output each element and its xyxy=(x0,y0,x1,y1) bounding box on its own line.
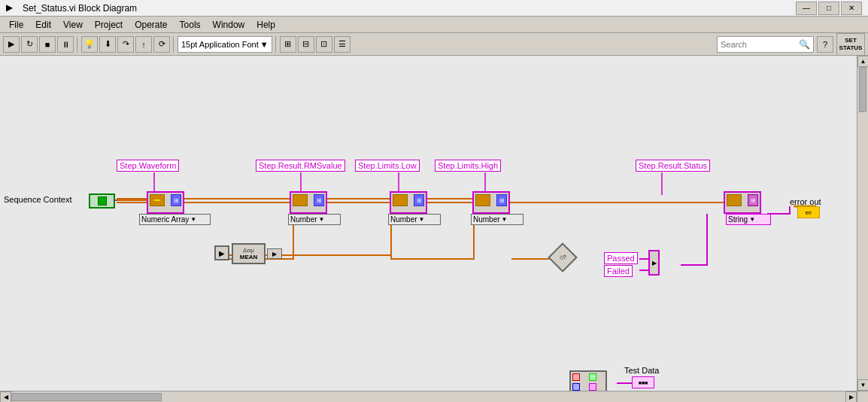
menu-window[interactable]: Window xyxy=(207,18,251,32)
test-data-label: Test Data xyxy=(624,366,659,375)
dropdown-arrow-1: ▼ xyxy=(190,216,196,223)
mean-output: ▶ xyxy=(267,248,282,259)
scrollbar-corner xyxy=(857,391,868,402)
string-dropdown[interactable]: String ▼ xyxy=(726,214,771,225)
waveform-label: Step.Waveform xyxy=(117,160,179,172)
search-icon[interactable]: 🔍 xyxy=(799,39,810,50)
menu-bar: File Edit View Project Operate Tools Win… xyxy=(0,17,868,33)
step-into-button[interactable]: ⬇ xyxy=(99,36,116,53)
minimize-button[interactable]: — xyxy=(796,2,817,15)
number3-dropdown[interactable]: Number ▼ xyxy=(471,214,524,225)
step-over-button[interactable]: ↷ xyxy=(117,36,134,53)
limits-high-label: Step.Limits.High xyxy=(435,160,501,172)
close-button[interactable]: ✕ xyxy=(841,2,862,15)
font-dropdown-arrow: ▼ xyxy=(260,40,269,49)
canvas-inner: Sequence Context Step.Waveform ⊞ Numeric… xyxy=(0,56,857,391)
test-data-block xyxy=(569,370,607,391)
error-out-terminal: err xyxy=(797,206,820,218)
sep1 xyxy=(77,36,78,53)
result-status-label: Step.Result.Status xyxy=(636,160,710,172)
sequence-context-terminal xyxy=(89,193,115,209)
menu-project[interactable]: Project xyxy=(89,18,129,32)
scroll-down-arrow[interactable]: ▼ xyxy=(857,379,868,391)
search-box[interactable]: 🔍 xyxy=(717,36,814,53)
set-status-button[interactable]: SET STATUS xyxy=(836,33,865,56)
test-data-output: ■■■ xyxy=(632,376,654,388)
menu-file[interactable]: File xyxy=(3,18,29,32)
font-name: 15pt Application Font xyxy=(181,40,259,49)
run-button[interactable]: ▶ xyxy=(3,36,20,53)
rms-label: Step.Result.RMSvalue xyxy=(256,160,345,172)
waveform-terminal: ⊞ xyxy=(147,191,184,214)
resize-button[interactable]: ⊡ xyxy=(316,36,332,53)
scroll-up-arrow[interactable]: ▲ xyxy=(857,56,868,67)
sequence-context-label: Sequence Context xyxy=(4,195,72,204)
scrollbar-thumb-v[interactable] xyxy=(859,67,866,112)
reorder-button[interactable]: ☰ xyxy=(334,36,351,53)
failed-label: Failed xyxy=(604,265,633,277)
error-out-label: error out xyxy=(790,197,821,206)
main-area: Sequence Context Step.Waveform ⊞ Numeric… xyxy=(0,56,868,402)
window-controls: — □ ✕ xyxy=(796,2,862,15)
merge-block: ▶ xyxy=(648,250,660,276)
distribute-button[interactable]: ⊟ xyxy=(298,36,314,53)
menu-tools[interactable]: Tools xyxy=(174,18,207,32)
menu-edit[interactable]: Edit xyxy=(29,18,57,32)
pause-button[interactable]: ⏸ xyxy=(57,36,74,53)
scroll-left-arrow[interactable]: ◀ xyxy=(0,391,11,402)
limits-high-terminal: ⊞ xyxy=(472,191,510,214)
menu-help[interactable]: Help xyxy=(250,18,281,32)
search-input[interactable] xyxy=(721,40,796,49)
scrollbar-horizontal[interactable]: ◀ ▶ xyxy=(0,391,857,402)
mean-block: Δσμ MEAN xyxy=(232,243,266,264)
sep2 xyxy=(173,36,175,53)
font-dropdown[interactable]: 15pt Application Font ▼ xyxy=(178,36,272,53)
number1-dropdown[interactable]: Number ▼ xyxy=(288,214,341,225)
scroll-right-arrow[interactable]: ▶ xyxy=(845,391,857,402)
limits-low-label: Step.Limits.Low xyxy=(355,160,420,172)
app-icon: ▶ xyxy=(6,2,18,14)
title-bar: ▶ Set_Status.vi Block Diagram — □ ✕ xyxy=(0,0,868,17)
sep3 xyxy=(275,36,277,53)
align-button[interactable]: ⊞ xyxy=(280,36,296,53)
dropdown-arrow-2: ▼ xyxy=(319,216,325,223)
dropdown-arrow-4: ▼ xyxy=(502,216,508,223)
number2-dropdown[interactable]: Number ▼ xyxy=(388,214,441,225)
menu-view[interactable]: View xyxy=(57,18,89,32)
scrollbar-vertical[interactable]: ▲ ▼ xyxy=(857,56,868,391)
run-continuously-button[interactable]: ↻ xyxy=(21,36,38,53)
abort-button[interactable]: ■ xyxy=(39,36,56,53)
scrollbar-thumb-h[interactable] xyxy=(11,393,162,401)
limits-low-terminal: ⊞ xyxy=(390,191,427,214)
step-out-button[interactable]: ↑ xyxy=(135,36,152,53)
numeric-array-dropdown[interactable]: Numeric Array ▼ xyxy=(139,214,211,225)
toolbar: ▶ ↻ ■ ⏸ 💡 ⬇ ↷ ↑ ⟳ 15pt Application Font … xyxy=(0,33,868,56)
string-dropdown-arrow: ▼ xyxy=(749,216,755,223)
arrow-block: ▶ xyxy=(214,245,229,260)
retain-wire-button[interactable]: ⟳ xyxy=(153,36,170,53)
passed-label: Passed xyxy=(604,252,638,264)
rms-terminal: ⊞ xyxy=(290,191,327,214)
window-title: Set_Status.vi Block Diagram xyxy=(23,3,796,14)
menu-operate[interactable]: Operate xyxy=(129,18,173,32)
help-button[interactable]: ? xyxy=(817,36,833,53)
dropdown-arrow-3: ▼ xyxy=(419,216,425,223)
maximize-button[interactable]: □ xyxy=(818,2,839,15)
highlight-button[interactable]: 💡 xyxy=(81,36,98,53)
comparison-block: ◇? xyxy=(551,245,575,270)
result-status-terminal: ⊞ xyxy=(724,191,761,214)
canvas-area: Sequence Context Step.Waveform ⊞ Numeric… xyxy=(0,56,868,402)
